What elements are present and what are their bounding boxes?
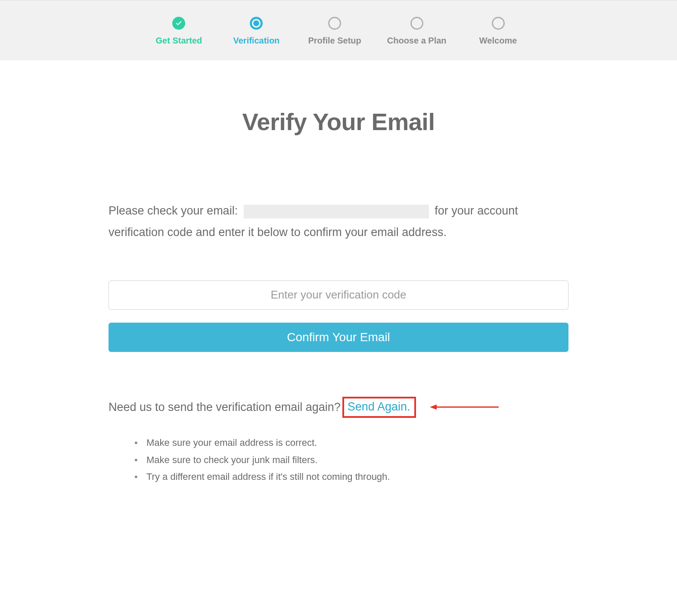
- inactive-step-icon: [492, 17, 505, 30]
- instruction-text: Please check your email: for your accoun…: [109, 200, 568, 243]
- list-item: Make sure to check your junk mail filter…: [134, 451, 568, 469]
- confirm-email-button[interactable]: Confirm Your Email: [109, 323, 568, 352]
- step-get-started[interactable]: Get Started: [153, 17, 205, 46]
- step-profile-setup[interactable]: Profile Setup: [308, 17, 361, 46]
- active-step-icon: [250, 17, 263, 30]
- step-label: Welcome: [479, 36, 517, 46]
- list-item: Try a different email address if it's st…: [134, 468, 568, 485]
- main-content: Verify Your Email Please check your emai…: [100, 108, 577, 485]
- verification-code-input[interactable]: [109, 280, 568, 310]
- inactive-step-icon: [410, 17, 423, 30]
- svg-marker-1: [430, 404, 437, 410]
- page-title: Verify Your Email: [109, 108, 568, 136]
- resend-prompt: Need us to send the verification email a…: [109, 401, 341, 414]
- step-label: Get Started: [156, 36, 202, 46]
- step-welcome[interactable]: Welcome: [472, 17, 524, 46]
- step-label: Verification: [233, 36, 280, 46]
- tips-list: Make sure your email address is correct.…: [109, 434, 568, 485]
- check-icon: [172, 17, 185, 30]
- list-item: Make sure your email address is correct.: [134, 434, 568, 451]
- resend-row: Need us to send the verification email a…: [109, 397, 568, 418]
- step-verification[interactable]: Verification: [230, 17, 282, 46]
- onboarding-stepper: Get Started Verification Profile Setup C…: [0, 0, 677, 60]
- inactive-step-icon: [328, 17, 341, 30]
- email-display: [244, 205, 429, 218]
- step-label: Choose a Plan: [387, 36, 447, 46]
- instruction-pre: Please check your email:: [109, 204, 238, 217]
- step-choose-plan[interactable]: Choose a Plan: [387, 17, 447, 46]
- send-again-link[interactable]: Send Again.: [342, 397, 416, 418]
- step-label: Profile Setup: [308, 36, 361, 46]
- arrow-left-icon: [430, 402, 499, 412]
